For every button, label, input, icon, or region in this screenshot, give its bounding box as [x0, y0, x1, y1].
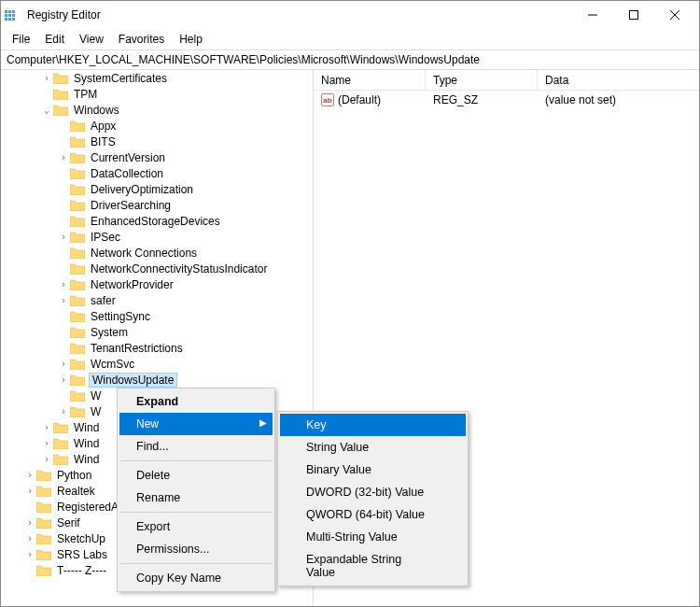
folder-icon [36, 485, 51, 497]
folder-icon [53, 453, 68, 465]
address-text: Computer\HKEY_LOCAL_MACHINE\SOFTWARE\Pol… [7, 53, 480, 66]
expand-icon[interactable]: › [40, 437, 53, 450]
menu-file[interactable]: File [5, 31, 37, 48]
sub-key[interactable]: Key [280, 414, 466, 436]
menu-bar: File Edit View Favorites Help [1, 29, 699, 49]
sub-expandable[interactable]: Expandable String Value [280, 548, 466, 584]
sub-string[interactable]: String Value [280, 436, 466, 459]
expand-icon[interactable]: › [23, 532, 36, 545]
value-type: REG_SZ [426, 92, 538, 107]
tree-node[interactable]: ›System [7, 324, 269, 340]
value-data: (value not set) [538, 92, 699, 107]
folder-icon [70, 183, 85, 195]
collapse-icon[interactable]: ⌄ [40, 104, 53, 117]
expand-icon[interactable]: › [57, 278, 70, 291]
folder-icon [70, 374, 85, 386]
tree-node[interactable]: ›safer [7, 292, 269, 308]
expand-icon[interactable]: › [57, 374, 70, 387]
tree-node[interactable]: ›Appx [7, 118, 269, 134]
expand-icon[interactable]: › [57, 231, 70, 244]
folder-icon [70, 151, 85, 163]
folder-icon [70, 120, 85, 132]
folder-icon [36, 548, 51, 560]
expand-icon[interactable]: › [57, 151, 70, 164]
tree-node-selected[interactable]: ›WindowsUpdate [7, 372, 269, 388]
folder-icon [70, 215, 85, 227]
expand-icon[interactable]: › [23, 516, 36, 529]
tree-node[interactable]: ›WcmSvc [7, 356, 269, 372]
tree-node[interactable]: ›DeliveryOptimization [7, 181, 269, 197]
expand-icon[interactable]: › [57, 405, 70, 418]
folder-icon [70, 342, 85, 354]
menu-edit[interactable]: Edit [37, 31, 72, 48]
tree-node[interactable]: ›CurrentVersion [7, 149, 269, 165]
folder-icon [36, 532, 51, 544]
ctx-export[interactable]: Export [119, 515, 273, 538]
tree-node[interactable]: ›EnhancedStorageDevices [7, 213, 269, 229]
expand-icon[interactable]: › [40, 421, 53, 434]
minimize-button[interactable] [572, 2, 613, 28]
expand-icon[interactable]: › [23, 485, 36, 498]
folder-icon [70, 310, 85, 322]
tree-node[interactable]: ›BITS [7, 134, 269, 149]
expand-icon[interactable]: › [23, 548, 36, 561]
close-button[interactable] [654, 2, 695, 28]
expand-icon[interactable]: › [57, 294, 70, 307]
svg-rect-1 [8, 10, 11, 13]
maximize-button[interactable] [613, 2, 654, 28]
svg-rect-4 [8, 14, 11, 17]
tree-node[interactable]: ›SettingSync [7, 308, 269, 324]
col-data[interactable]: Data [538, 70, 699, 90]
ctx-new[interactable]: New▶ [119, 413, 273, 435]
svg-rect-10 [630, 11, 638, 20]
new-submenu: Key String Value Binary Value DWORD (32-… [277, 411, 469, 586]
svg-rect-5 [12, 14, 15, 17]
tree-node[interactable]: ›TPM [7, 86, 269, 102]
expand-icon[interactable]: › [57, 358, 70, 371]
tree-node[interactable]: ›DriverSearching [7, 197, 269, 213]
ctx-find[interactable]: Find... [119, 435, 273, 458]
ctx-expand[interactable]: Expand [119, 390, 273, 413]
string-value-icon: ab [321, 93, 334, 106]
tree-node[interactable]: ›TenantRestrictions [7, 340, 269, 356]
col-name[interactable]: Name [314, 70, 426, 90]
value-row[interactable]: ab(Default) REG_SZ (value not set) [314, 91, 699, 109]
folder-icon [36, 501, 51, 513]
folder-icon [70, 135, 85, 148]
ctx-permissions[interactable]: Permissions... [119, 538, 273, 560]
folder-icon [70, 294, 85, 306]
expand-icon[interactable]: › [40, 453, 53, 466]
svg-rect-0 [5, 10, 7, 13]
ctx-copykeyname[interactable]: Copy Key Name [119, 567, 273, 589]
menu-help[interactable]: Help [172, 31, 210, 48]
values-header: Name Type Data [314, 70, 699, 91]
folder-icon [36, 516, 51, 529]
ctx-rename[interactable]: Rename [119, 487, 273, 509]
tree-node[interactable]: ›DataCollection [7, 165, 269, 181]
title-bar: Registry Editor [1, 1, 699, 29]
sub-binary[interactable]: Binary Value [280, 459, 466, 481]
expand-icon[interactable]: › [40, 72, 53, 85]
col-type[interactable]: Type [426, 70, 538, 90]
address-bar[interactable]: Computer\HKEY_LOCAL_MACHINE\SOFTWARE\Pol… [1, 49, 699, 70]
tree-node[interactable]: ›SystemCertificates [7, 70, 269, 86]
sub-dword[interactable]: DWORD (32-bit) Value [280, 481, 466, 503]
folder-icon [70, 405, 85, 417]
tree-node[interactable]: ›Network Connections [7, 245, 269, 261]
folder-icon [70, 326, 85, 338]
folder-icon [53, 437, 68, 449]
expand-icon[interactable]: › [23, 469, 36, 482]
tree-node[interactable]: ›NetworkConnectivityStatusIndicator [7, 261, 269, 276]
svg-rect-8 [12, 18, 15, 21]
tree-node[interactable]: ›IPSec [7, 229, 269, 245]
window-title: Registry Editor [27, 8, 572, 21]
tree-node[interactable]: ⌄Windows [7, 102, 269, 118]
folder-icon [53, 104, 68, 116]
menu-favorites[interactable]: Favorites [111, 31, 172, 48]
sub-qword[interactable]: QWORD (64-bit) Value [280, 503, 466, 526]
sub-multistring[interactable]: Multi-String Value [280, 526, 466, 548]
ctx-delete[interactable]: Delete [119, 464, 273, 487]
value-name: (Default) [338, 93, 381, 106]
menu-view[interactable]: View [72, 31, 111, 48]
tree-node[interactable]: ›NetworkProvider [7, 276, 269, 292]
